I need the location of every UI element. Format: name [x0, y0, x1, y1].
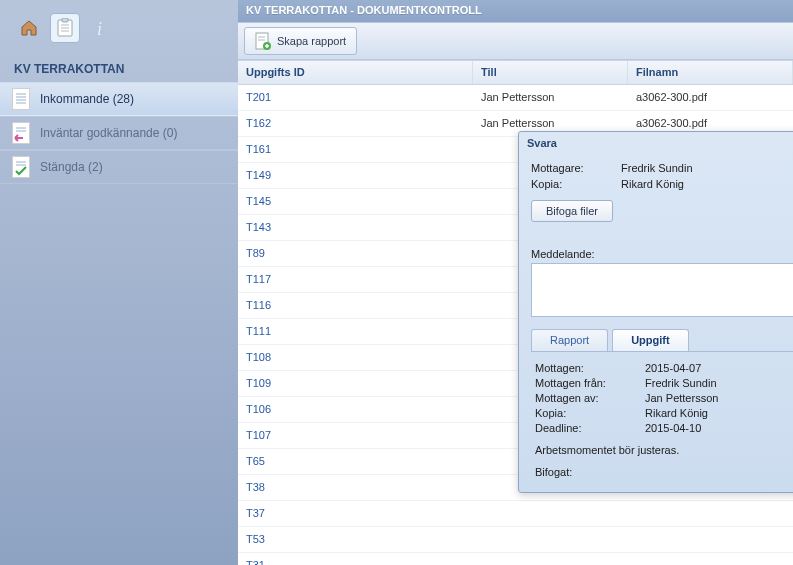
main-panel: KV TERRAKOTTAN - DOKUMENTKONTROLL Skapa … — [238, 0, 793, 565]
detail-attached-label: Bifogat: — [535, 466, 793, 478]
column-header-id[interactable]: Uppgifts ID — [238, 61, 473, 84]
cell-till — [473, 501, 628, 526]
svg-text:i: i — [97, 19, 102, 38]
cell-id: T143 — [238, 215, 473, 240]
task-id-link[interactable]: T106 — [246, 403, 271, 415]
dialog-titlebar: Svara ✕ — [519, 132, 793, 154]
table-row[interactable]: T53 — [238, 527, 793, 553]
create-report-button[interactable]: Skapa rapport — [244, 27, 357, 55]
document-plus-icon — [255, 32, 271, 50]
main-toolbar: Skapa rapport — [238, 22, 793, 60]
cell-till — [473, 553, 628, 565]
home-icon-button[interactable] — [14, 13, 44, 43]
cell-id: T161 — [238, 137, 473, 162]
task-id-link[interactable]: T162 — [246, 117, 271, 129]
clipboard-icon — [56, 18, 74, 38]
task-id-link[interactable]: T117 — [246, 273, 271, 285]
cell-id: T65 — [238, 449, 473, 474]
cell-id: T116 — [238, 293, 473, 318]
document-list-icon-button[interactable] — [50, 13, 80, 43]
document-check-icon — [12, 156, 30, 178]
task-id-link[interactable]: T107 — [246, 429, 271, 441]
info-icon: i — [91, 18, 111, 38]
cell-id: T117 — [238, 267, 473, 292]
tab-uppgift[interactable]: Uppgift — [612, 329, 688, 351]
detail-copy-value: Rikard König — [645, 407, 708, 419]
detail-deadline-label: Deadline: — [535, 422, 645, 434]
task-id-link[interactable]: T111 — [246, 325, 271, 337]
recipient-label: Mottagare: — [531, 162, 621, 174]
cell-filnamn — [628, 553, 793, 565]
reply-dialog: Svara ✕ Mottagare: Fredrik Sundin Kopia:… — [518, 131, 793, 493]
sidebar-title: KV TERRAKOTTAN — [0, 56, 238, 82]
cell-filnamn: a3062-300.pdf — [628, 85, 793, 110]
detail-by-label: Mottagen av: — [535, 392, 645, 404]
table-row[interactable]: T37 — [238, 501, 793, 527]
sidebar-item-label: Inväntar godkännande (0) — [40, 126, 177, 140]
cell-id: T145 — [238, 189, 473, 214]
sidebar-item-inkommande[interactable]: Inkommande (28) — [0, 82, 238, 116]
table-row[interactable]: T31 — [238, 553, 793, 565]
table-row[interactable]: T201Jan Petterssona3062-300.pdf — [238, 85, 793, 111]
task-id-link[interactable]: T109 — [246, 377, 271, 389]
detail-copy-label: Kopia: — [535, 407, 645, 419]
create-report-label: Skapa rapport — [277, 35, 346, 47]
cell-id: T53 — [238, 527, 473, 552]
task-id-link[interactable]: T89 — [246, 247, 265, 259]
detail-from-value: Fredrik Sundin — [645, 377, 717, 389]
dialog-details: Mottagen:2015-04-07 Mottagen från:Fredri… — [531, 352, 793, 482]
copy-value: Rikard König — [621, 178, 684, 190]
cell-id: T37 — [238, 501, 473, 526]
sidebar: i KV TERRAKOTTAN Inkommande (28) Invänta… — [0, 0, 238, 565]
recipient-value: Fredrik Sundin — [621, 162, 693, 174]
cell-id: T89 — [238, 241, 473, 266]
sidebar-list: Inkommande (28) Inväntar godkännande (0)… — [0, 82, 238, 184]
task-id-link[interactable]: T108 — [246, 351, 271, 363]
detail-received-value: 2015-04-07 — [645, 362, 701, 374]
cell-id: T106 — [238, 397, 473, 422]
info-icon-button[interactable]: i — [86, 13, 116, 43]
sidebar-icon-bar: i — [0, 0, 238, 56]
sidebar-item-awaiting[interactable]: Inväntar godkännande (0) — [0, 116, 238, 150]
cell-id: T108 — [238, 345, 473, 370]
task-id-link[interactable]: T53 — [246, 533, 265, 545]
cell-id: T107 — [238, 423, 473, 448]
tab-rapport[interactable]: Rapport — [531, 329, 608, 351]
dialog-title-text: Svara — [527, 137, 557, 149]
cell-id: T149 — [238, 163, 473, 188]
cell-filnamn — [628, 527, 793, 552]
cell-id: T111 — [238, 319, 473, 344]
cell-id: T162 — [238, 111, 473, 136]
cell-filnamn — [628, 501, 793, 526]
task-id-link[interactable]: T201 — [246, 91, 271, 103]
detail-note: Arbetsmomentet bör justeras. — [535, 444, 793, 456]
task-id-link[interactable]: T145 — [246, 195, 271, 207]
svg-rect-1 — [62, 18, 68, 22]
task-id-link[interactable]: T143 — [246, 221, 271, 233]
cell-id: T109 — [238, 371, 473, 396]
cell-till: Jan Pettersson — [473, 85, 628, 110]
column-header-filnamn[interactable]: Filnamn — [628, 61, 793, 84]
sidebar-item-closed[interactable]: Stängda (2) — [0, 150, 238, 184]
cell-till — [473, 527, 628, 552]
detail-deadline-value: 2015-04-10 — [645, 422, 701, 434]
detail-by-value: Jan Pettersson — [645, 392, 718, 404]
task-id-link[interactable]: T38 — [246, 481, 265, 493]
message-label: Meddelande: — [531, 248, 595, 260]
sidebar-item-label: Inkommande (28) — [40, 92, 134, 106]
message-textarea[interactable] — [531, 263, 793, 317]
grid-header: Uppgifts ID Till Filnamn — [238, 61, 793, 85]
task-id-link[interactable]: T65 — [246, 455, 265, 467]
task-id-link[interactable]: T161 — [246, 143, 271, 155]
dialog-tabs: Rapport Uppgift — [531, 329, 793, 352]
column-header-till[interactable]: Till — [473, 61, 628, 84]
home-icon — [19, 18, 39, 38]
document-lines-icon — [12, 88, 30, 110]
task-id-link[interactable]: T149 — [246, 169, 271, 181]
task-id-link[interactable]: T37 — [246, 507, 265, 519]
attach-files-button[interactable]: Bifoga filer — [531, 200, 613, 222]
task-id-link[interactable]: T116 — [246, 299, 271, 311]
dialog-body: Mottagare: Fredrik Sundin Kopia: Rikard … — [519, 154, 793, 492]
detail-received-label: Mottagen: — [535, 362, 645, 374]
task-id-link[interactable]: T31 — [246, 559, 265, 565]
